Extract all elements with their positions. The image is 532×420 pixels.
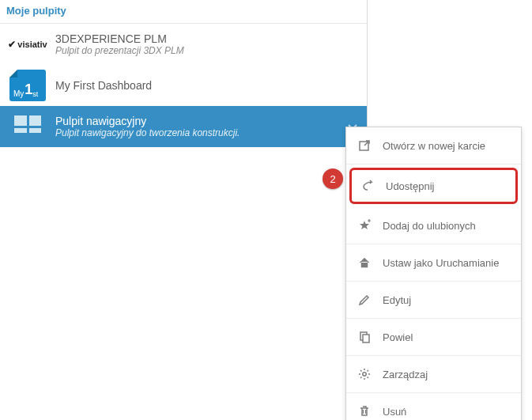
step-badge: 2 — [323, 168, 343, 189]
menu-add-favorite[interactable]: Dodaj do ulubionych — [346, 207, 521, 244]
dashboard-row-3dexperience[interactable]: ✔visiativ 3DEXPERIENCE PLM Pulpit do pre… — [0, 24, 367, 65]
menu-edit[interactable]: Edytuj — [346, 282, 521, 319]
menu-duplicate[interactable]: Powiel — [346, 319, 521, 356]
menu-set-startup[interactable]: Ustaw jako Uruchamianie — [346, 244, 521, 282]
menu-delete[interactable]: Usuń — [346, 393, 521, 420]
dashboard-subtitle: Pulpit do prezentacji 3DX PLM — [55, 45, 357, 56]
menu-label: Usuń — [383, 406, 406, 418]
open-new-tab-icon — [357, 138, 372, 153]
myfirst-thumb: My1st — [9, 71, 46, 100]
dashboard-title: 3DEXPERIENCE PLM — [55, 32, 357, 45]
dashboard-title: Pulpit nawigacyjny — [55, 115, 357, 127]
dashboard-grid-icon — [9, 112, 46, 141]
menu-label: Dodaj do ulubionych — [383, 220, 476, 232]
duplicate-icon — [357, 330, 372, 344]
star-plus-icon — [357, 218, 372, 233]
share-icon — [360, 179, 375, 193]
context-menu: Otwórz w nowej karcie Udostępnij Dodaj d… — [345, 127, 522, 420]
dashboard-subtitle: Pulpit nawigacyjny do tworzenia konstruk… — [55, 127, 357, 138]
gear-icon — [357, 367, 372, 381]
menu-label: Powiel — [383, 331, 413, 343]
svg-point-3 — [363, 373, 366, 376]
my-dashboards-link[interactable]: Moje pulpity — [0, 0, 367, 24]
menu-share[interactable]: Udostępnij — [349, 168, 518, 204]
menu-label: Zarządzaj — [383, 369, 428, 380]
visiativ-logo: ✔visiativ — [9, 30, 46, 59]
menu-label: Ustaw jako Uruchamianie — [383, 257, 499, 269]
menu-label: Udostępnij — [386, 180, 434, 192]
dashboard-row-nawigacyjny[interactable]: Pulpit nawigacyjny Pulpit nawigacyjny do… — [0, 106, 367, 147]
pencil-icon — [357, 293, 372, 307]
home-icon — [357, 255, 372, 270]
svg-rect-2 — [363, 335, 369, 342]
trash-icon — [357, 404, 372, 418]
menu-label: Edytuj — [383, 294, 411, 306]
dashboard-row-myfirst[interactable]: My1st My First Dashboard — [0, 65, 367, 106]
menu-manage[interactable]: Zarządzaj — [346, 356, 521, 393]
dashboard-title: My First Dashboard — [55, 79, 357, 92]
menu-open-new-tab[interactable]: Otwórz w nowej karcie — [346, 127, 521, 165]
menu-label: Otwórz w nowej karcie — [383, 140, 485, 152]
